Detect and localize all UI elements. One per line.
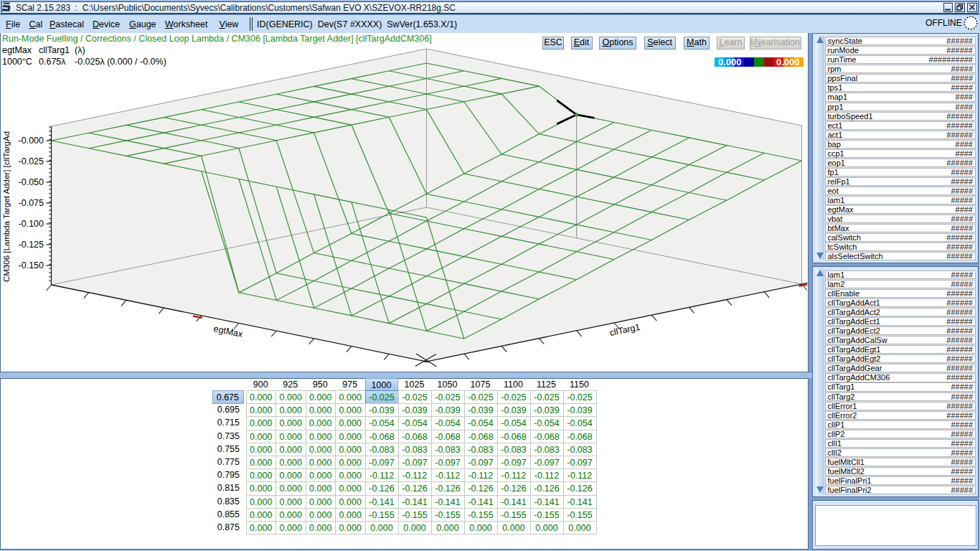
svg-text:-0.075: -0.075 [19,198,44,208]
svg-text:-0.150: -0.150 [19,260,44,270]
svg-text:cllTarg1: cllTarg1 [608,322,641,338]
svg-text:-0.050: -0.050 [19,177,44,187]
svg-text:CM306 [Lambda Target Adder] [c: CM306 [Lambda Target Adder] [cllTargAd [2,131,11,282]
svg-text:-0.125: -0.125 [19,240,44,250]
svg-text:egtMax: egtMax [213,324,245,339]
svg-text:-0.000: -0.000 [19,136,44,146]
svg-text:-0.100: -0.100 [19,219,44,229]
svg-text:-0.025: -0.025 [19,156,44,166]
